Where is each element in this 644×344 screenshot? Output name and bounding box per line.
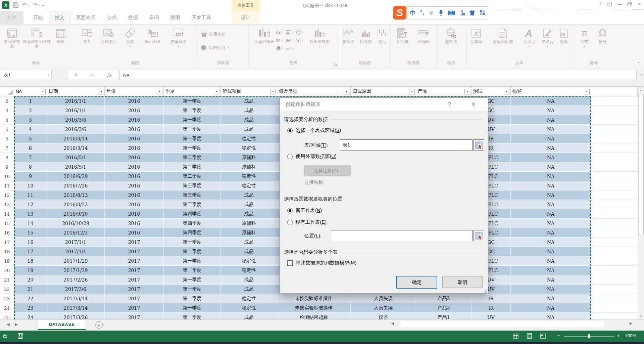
scatter-chart-button[interactable]: ▼ xyxy=(286,44,296,52)
empty-cell[interactable] xyxy=(591,134,638,143)
empty-cell[interactable] xyxy=(591,153,638,162)
cell[interactable]: 2016 xyxy=(105,190,164,200)
cell[interactable]: NA xyxy=(511,238,591,247)
cell[interactable]: NA xyxy=(511,285,591,294)
cell[interactable]: 22 xyxy=(14,294,47,303)
save-icon[interactable] xyxy=(13,2,19,8)
filter-dropdown-icon[interactable]: ▼ xyxy=(464,89,470,94)
cell[interactable]: 第一季度 xyxy=(164,275,221,285)
cell[interactable]: 2016 xyxy=(105,96,164,106)
empty-cell[interactable] xyxy=(591,238,638,247)
ime-chinese-mode-icon[interactable]: 中 xyxy=(410,9,416,17)
customize-qat-icon[interactable]: ≖ xyxy=(42,3,45,7)
cancel-button[interactable]: 取消 xyxy=(442,276,483,288)
cell[interactable]: 5 xyxy=(14,134,47,143)
zoom-in-icon[interactable]: + xyxy=(617,333,620,338)
row-header-8[interactable]: 8 xyxy=(0,153,14,162)
ime-profile-icon[interactable]: 16 xyxy=(459,10,465,16)
cell[interactable]: 稳定性 xyxy=(221,181,277,190)
cell[interactable]: 14 xyxy=(14,219,47,228)
cell[interactable]: 16 xyxy=(14,238,47,247)
cell[interactable]: NA xyxy=(511,275,591,285)
cell[interactable]: 20 xyxy=(14,275,47,285)
row-header-6[interactable]: 6 xyxy=(0,134,14,143)
cell[interactable]: NA xyxy=(511,162,591,172)
cell[interactable]: 成品 xyxy=(221,209,277,219)
cell[interactable]: 15 xyxy=(14,228,47,238)
cell[interactable]: NA xyxy=(511,303,591,313)
collapse-ribbon-icon[interactable]: ⌃ xyxy=(637,61,640,65)
cell[interactable]: 19 xyxy=(14,266,47,275)
table-range-input[interactable]: 表1 xyxy=(340,139,473,150)
location-input[interactable] xyxy=(331,230,473,241)
filter-dropdown-icon[interactable]: ▼ xyxy=(270,89,276,94)
cell[interactable]: 第一季度 xyxy=(164,285,221,294)
wordart-button[interactable]: A 艺术字 ▼ xyxy=(521,26,538,49)
dialog-help-icon[interactable]: ? xyxy=(448,101,451,108)
cell[interactable]: 2016/5/1 xyxy=(47,162,105,172)
tab-formulas[interactable]: 公式 xyxy=(101,11,122,24)
next-sheet-icon[interactable]: ▶ xyxy=(15,322,17,327)
row-header-12[interactable]: 12 xyxy=(0,190,14,200)
formula-input[interactable]: NA xyxy=(119,70,637,80)
empty-cell[interactable] xyxy=(591,228,638,238)
excel-app-icon[interactable]: X xyxy=(2,1,9,9)
range-picker-button[interactable] xyxy=(473,139,484,150)
filter-dropdown-icon[interactable]: ▼ xyxy=(214,89,219,94)
cell[interactable]: NA xyxy=(511,115,591,125)
line-chart-button[interactable]: ▼ xyxy=(276,36,286,44)
cell[interactable]: 产品3 xyxy=(416,303,472,313)
empty-cell[interactable] xyxy=(591,106,638,115)
undo-dropdown-icon[interactable]: ▾ xyxy=(28,4,30,7)
row-header-13[interactable]: 13 xyxy=(0,200,14,209)
restore-icon[interactable] xyxy=(627,2,632,6)
row-header-15[interactable]: 15 xyxy=(0,219,14,228)
sparkline-winloss-button[interactable]: 盈亏 xyxy=(375,26,390,44)
cell[interactable]: 2016/5/1 xyxy=(47,153,105,162)
cell[interactable]: 稳定性 xyxy=(221,134,277,143)
empty-cell[interactable] xyxy=(591,313,638,319)
cell[interactable]: 2016/1/1 xyxy=(47,96,105,106)
tab-file[interactable]: 文件 xyxy=(0,11,23,24)
cell[interactable]: 2017 xyxy=(105,275,164,285)
zoom-slider-thumb[interactable] xyxy=(588,334,590,338)
scroll-up-icon[interactable]: ▲ xyxy=(638,87,644,93)
cell[interactable]: 原辅料 xyxy=(221,162,277,172)
select-all-corner[interactable] xyxy=(0,87,14,96)
vertical-scroll-thumb[interactable] xyxy=(638,94,644,235)
cell[interactable]: 2016/8/23 xyxy=(47,200,105,209)
cell[interactable]: 第一季度 xyxy=(164,143,221,153)
cell[interactable]: 2016 xyxy=(105,209,164,219)
cell[interactable]: 2017/1/29 xyxy=(47,266,105,275)
cell[interactable]: 第一季度 xyxy=(164,106,221,115)
empty-column-header[interactable] xyxy=(591,87,638,96)
column-header-2[interactable]: 日期↑▼ xyxy=(47,87,105,96)
empty-cell[interactable] xyxy=(591,125,638,134)
row-header-19[interactable]: 19 xyxy=(0,256,14,266)
empty-cell[interactable] xyxy=(591,181,638,190)
cell[interactable]: 2016 xyxy=(105,200,164,209)
cell[interactable]: 第四季度 xyxy=(164,209,221,219)
cell[interactable]: 第一季度 xyxy=(164,115,221,125)
equation-dropdown-icon[interactable]: ▼ xyxy=(583,44,586,49)
object-button[interactable]: 对象 xyxy=(557,26,571,44)
cell[interactable]: 2016/12/3 xyxy=(47,228,105,238)
cell[interactable]: 稳定性 xyxy=(221,303,277,313)
cell[interactable]: 2016 xyxy=(105,172,164,181)
scroll-down-icon[interactable]: ▼ xyxy=(638,313,644,319)
cell[interactable]: 成品 xyxy=(221,313,277,319)
cell[interactable]: 2016 xyxy=(105,181,164,190)
cell[interactable]: 2016 xyxy=(105,143,164,153)
close-icon[interactable]: ✕ xyxy=(637,1,641,7)
my-apps-button[interactable]: 我的应用 ▼ xyxy=(201,43,230,53)
pivotchart-button[interactable]: 数据透视图 ▼ xyxy=(306,26,333,49)
cell[interactable]: 3 xyxy=(14,115,47,125)
filter-dropdown-icon[interactable]: ▼ xyxy=(344,89,349,94)
cell[interactable]: 2016/8/13 xyxy=(47,190,105,200)
empty-cell[interactable] xyxy=(591,200,638,209)
cell[interactable]: 第一季度 xyxy=(164,266,221,275)
cell[interactable]: 2016/9/10 xyxy=(47,209,105,219)
empty-cell[interactable] xyxy=(591,143,638,153)
tab-page-layout[interactable]: 页面布局 xyxy=(70,11,101,24)
filter-dropdown-icon[interactable]: ▼ xyxy=(157,89,162,94)
